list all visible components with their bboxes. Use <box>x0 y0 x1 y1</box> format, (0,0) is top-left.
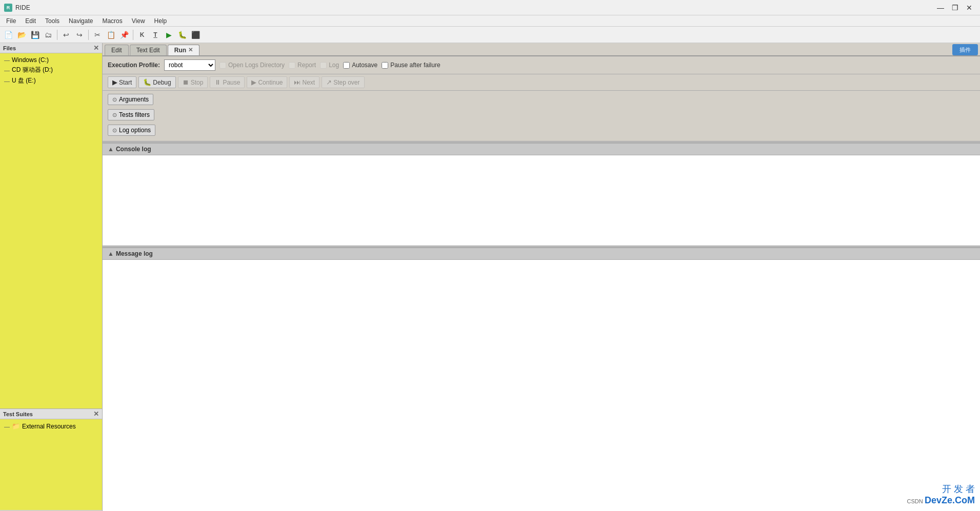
drive-label-d: CD 驱动器 (D:) <box>12 66 53 74</box>
toolbar-shortcut-k-btn[interactable]: K <box>136 29 148 41</box>
toolbar-debug-btn[interactable]: 🐛 <box>176 29 188 41</box>
tab-run-label: Run <box>174 47 186 54</box>
window-controls: — ❐ ✕ <box>934 3 976 13</box>
message-expand-icon: ▲ <box>108 250 114 257</box>
tab-edit-label: Edit <box>111 47 122 54</box>
tab-edit[interactable]: Edit <box>105 45 129 55</box>
drive-icon-d: — <box>4 67 10 73</box>
console-log-label: Console log <box>116 146 151 153</box>
debug-btn[interactable]: 🐛 Debug <box>138 76 175 88</box>
close-btn[interactable]: ✕ <box>963 3 976 13</box>
report-checkbox[interactable] <box>289 62 295 69</box>
tests-filters-label: Tests filters <box>119 111 150 118</box>
autosave-checkbox[interactable] <box>343 62 350 69</box>
suite-item-external[interactable]: — 📁 External Resources <box>2 421 100 431</box>
sidebar: Files ✕ — Windows (C:) — CD 驱动器 (D:) — U… <box>0 43 103 511</box>
continue-btn[interactable]: ▶ Continue <box>247 76 287 88</box>
toolbar-copy-btn[interactable]: 📋 <box>105 29 117 41</box>
stop-icon: ⏹ <box>183 78 189 86</box>
test-suites-header: Test Suites ✕ <box>0 409 102 419</box>
console-log-section: ▲ Console log <box>103 143 980 246</box>
menu-edit[interactable]: Edit <box>21 16 40 26</box>
message-log-header: ▲ Message log <box>103 248 980 260</box>
arguments-section[interactable]: ⊙ Arguments <box>108 94 153 105</box>
autosave-checkbox-group: Autosave <box>343 62 377 69</box>
tree-item-d[interactable]: — CD 驱动器 (D:) <box>2 65 100 75</box>
files-panel-header: Files ✕ <box>0 43 102 53</box>
pause-failure-checkbox[interactable] <box>382 62 388 69</box>
stop-label: Stop <box>191 79 204 86</box>
files-tree: — Windows (C:) — CD 驱动器 (D:) — U 盘 (E:) <box>0 53 102 408</box>
suite-expand-icon: — <box>4 423 10 430</box>
menu-view[interactable]: View <box>128 16 149 26</box>
logs-wrapper: ▲ Console log ▲ Message log <box>103 143 980 511</box>
log-checkbox[interactable] <box>320 62 327 69</box>
log-options-section[interactable]: ⊙ Log options <box>108 125 155 136</box>
toolbar-stop-btn[interactable]: ⬛ <box>189 29 202 41</box>
toolbar-paste-btn[interactable]: 📌 <box>118 29 130 41</box>
pause-icon: ⏸ <box>214 78 221 86</box>
drive-label-e: U 盘 (E:) <box>12 76 36 85</box>
message-log-section: ▲ Message log <box>103 248 980 511</box>
toolbar-redo-btn[interactable]: ↪ <box>73 29 86 41</box>
toolbar-sep-1 <box>57 30 57 40</box>
tree-item-e[interactable]: — U 盘 (E:) <box>2 75 100 86</box>
tab-text-edit[interactable]: Text Edit <box>130 45 167 55</box>
suite-folder-icon: 📁 <box>12 422 20 430</box>
tests-filters-chevron: ⊙ <box>112 112 117 118</box>
start-icon: ▶ <box>112 78 117 86</box>
next-icon: ⏭ <box>294 78 301 86</box>
tab-run-close[interactable]: ✕ <box>188 47 193 53</box>
file-tree-container: — Windows (C:) — CD 驱动器 (D:) — U 盘 (E:) <box>0 53 102 88</box>
toolbar-sep-3 <box>133 30 133 40</box>
log-checkbox-group: Log <box>320 62 339 69</box>
toolbar-saveall-btn[interactable]: 🗂 <box>42 29 54 41</box>
log-label: Log <box>329 62 339 69</box>
test-suites-close[interactable]: ✕ <box>93 411 99 417</box>
minimize-btn[interactable]: — <box>934 3 947 13</box>
menu-tools[interactable]: Tools <box>41 16 64 26</box>
tab-run[interactable]: Run ✕ <box>168 45 199 55</box>
menu-file[interactable]: File <box>2 16 20 26</box>
menu-macros[interactable]: Macros <box>98 16 126 26</box>
toolbar-run-btn[interactable]: ▶ <box>163 29 175 41</box>
open-logs-checkbox[interactable] <box>219 62 226 69</box>
drive-icon-e: — <box>4 78 10 84</box>
app-icon: R <box>4 4 12 12</box>
step-over-btn[interactable]: ↗ Step over <box>322 76 364 88</box>
message-log-content <box>103 260 980 511</box>
toolbar-undo-btn[interactable]: ↩ <box>60 29 72 41</box>
test-suites-panel: Test Suites ✕ — 📁 External Resources <box>0 408 102 511</box>
start-btn[interactable]: ▶ Start <box>108 76 136 88</box>
toolbar-shortcut-t-btn[interactable]: T <box>149 29 162 41</box>
report-label: Report <box>297 62 316 69</box>
toolbar-cut-btn[interactable]: ✂ <box>91 29 104 41</box>
toolbar-sep-2 <box>88 30 89 40</box>
toolbar-save-btn[interactable]: 💾 <box>29 29 41 41</box>
stop-btn[interactable]: ⏹ Stop <box>178 76 208 88</box>
tree-item-c[interactable]: — Windows (C:) <box>2 55 100 65</box>
plugin-btn[interactable]: 插件 <box>952 44 978 55</box>
pause-btn[interactable]: ⏸ Pause <box>210 76 245 88</box>
toolbar-new-btn[interactable]: 📄 <box>2 29 14 41</box>
menu-navigate[interactable]: Navigate <box>65 16 97 26</box>
console-log-content <box>103 155 980 246</box>
menu-help[interactable]: Help <box>150 16 171 26</box>
files-panel: Files ✕ — Windows (C:) — CD 驱动器 (D:) — U… <box>0 43 102 408</box>
menu-bar: File Edit Tools Navigate Macros View Hel… <box>0 15 980 27</box>
content-area: Edit Text Edit Run ✕ 插件 Execution Profil… <box>103 43 980 511</box>
maximize-btn[interactable]: ❐ <box>948 3 962 13</box>
continue-icon: ▶ <box>251 78 256 86</box>
exec-profile-select[interactable]: robot pybot jybot <box>164 59 215 71</box>
open-logs-label: Open Logs Directory <box>228 62 285 69</box>
files-panel-close[interactable]: ✕ <box>93 45 99 51</box>
files-panel-title: Files <box>3 45 16 51</box>
test-suites-tree: — 📁 External Resources <box>0 419 102 510</box>
tab-text-edit-label: Text Edit <box>136 47 160 54</box>
continue-label: Continue <box>258 79 283 86</box>
tests-filters-section[interactable]: ⊙ Tests filters <box>108 109 154 120</box>
next-btn[interactable]: ⏭ Next <box>289 76 319 88</box>
pause-failure-checkbox-group: Pause after failure <box>382 62 440 69</box>
sections-area: ⊙ Arguments ⊙ Tests filters ⊙ Log option… <box>103 91 980 141</box>
toolbar-open-btn[interactable]: 📂 <box>15 29 28 41</box>
